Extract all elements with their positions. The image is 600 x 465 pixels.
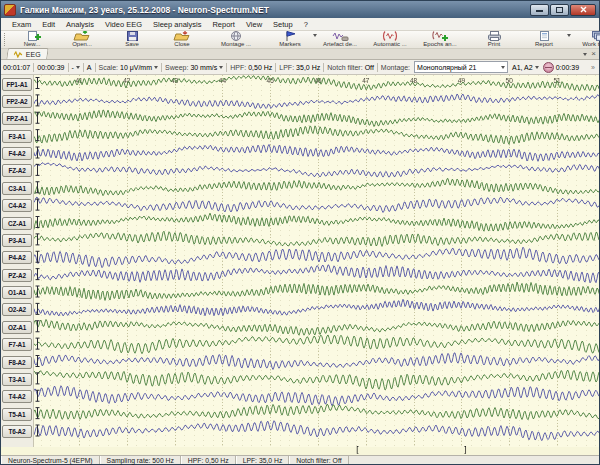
- total-time-field: 00:01:07: [3, 64, 30, 71]
- tab-label: EEG: [26, 51, 41, 58]
- toolbar-overflow-icon[interactable]: »: [591, 64, 597, 71]
- channel-label-column: FP1-A1FP2-A2FPZ-A1F3-A1F4-A2FZ-A2C3-A1C4…: [1, 75, 34, 447]
- channel-label-oz-a1[interactable]: OZ-A1: [2, 321, 32, 334]
- save-button[interactable]: Save: [107, 31, 157, 48]
- timeline-strip[interactable]: [ ]: [1, 447, 599, 456]
- maximize-button[interactable]: [550, 4, 569, 16]
- eeg-trace-area[interactable]: FP1-A1FP2-A2FPZ-A1F3-A1F4-A2FZ-A2C3-A1C4…: [1, 75, 599, 447]
- status-panel-3: LPF: 35,0 Hz: [236, 456, 290, 464]
- eeg-canvas[interactable]: [33, 75, 599, 447]
- reference-selector[interactable]: A1, A2: [512, 64, 539, 71]
- toolbar: New...Open...SaveCloseMontage ...Markers…: [1, 31, 599, 49]
- new-document-icon: [23, 31, 42, 41]
- channel-label-f7-a1[interactable]: F7-A1: [2, 338, 32, 351]
- automatic-analysis-icon: [381, 31, 400, 41]
- channel-label-o2-a2[interactable]: O2-A2: [2, 303, 32, 316]
- close-button[interactable]: [570, 4, 596, 16]
- status-panel-1: Sampling rate: 500 Hz: [100, 456, 181, 464]
- automatic-button[interactable]: Automatic ...: [365, 31, 415, 48]
- channel-label-fp1-a1[interactable]: FP1-A1: [2, 78, 32, 91]
- tab-close-icon[interactable]: ×: [591, 50, 596, 58]
- menu-item-setup[interactable]: Setup: [268, 19, 298, 30]
- channel-label-c4-a2[interactable]: C4-A2: [2, 199, 32, 212]
- channel-label-pz-a2[interactable]: PZ-A2: [2, 269, 32, 282]
- report-icon: [535, 31, 554, 41]
- new-button[interactable]: New...: [7, 31, 57, 48]
- menu-item-video-eeg[interactable]: Video EEG: [100, 19, 147, 30]
- artefact-icon: [331, 31, 350, 41]
- window-title: Галкин Максим, 23 years, 25.12.2008 - Ne…: [20, 5, 530, 15]
- marker-a-button[interactable]: A: [87, 64, 92, 71]
- tab-row: EEG ×: [1, 49, 599, 60]
- epochs-icon: [431, 31, 450, 41]
- toolbar-grip[interactable]: [4, 33, 5, 46]
- scale-selector[interactable]: Scale: 10 μV/mm: [99, 64, 159, 71]
- marker-flag-icon: [281, 31, 300, 41]
- menu-item-report[interactable]: Report: [207, 19, 240, 30]
- print-icon: [485, 31, 504, 41]
- minimize-button[interactable]: [530, 4, 549, 16]
- channel-label-cz-a1[interactable]: CZ-A1: [2, 217, 32, 230]
- montage-combo: Монополярный 21: [414, 61, 508, 73]
- menu-item-view[interactable]: View: [241, 19, 267, 30]
- menu-item-exam[interactable]: Exam: [7, 19, 36, 30]
- channel-label-f3-a1[interactable]: F3-A1: [2, 130, 32, 143]
- fragment-selector[interactable]: -: [72, 64, 80, 71]
- channel-label-t5-a1[interactable]: T5-A1: [2, 408, 32, 421]
- view-start-mark: [: [355, 446, 360, 455]
- channel-label-p3-a1[interactable]: P3-A1: [2, 234, 32, 247]
- menu-item-sleep-analysis[interactable]: Sleep analysis: [148, 19, 206, 30]
- menu-bar: ExamEditAnalysisVideo EEGSleep analysisR…: [1, 18, 599, 31]
- channel-label-f4-a2[interactable]: F4-A2: [2, 147, 32, 160]
- channel-label-c3-a1[interactable]: C3-A1: [2, 182, 32, 195]
- settings-toolbar: 00:01:07 00:00:39 - A Scale: 10 μV/mm Sw…: [1, 60, 599, 75]
- channel-label-t6-a2[interactable]: T6-A2: [2, 425, 32, 438]
- open-button[interactable]: Open...: [57, 31, 107, 48]
- sweep-selector[interactable]: Sweep: 30 mm/s: [165, 64, 223, 71]
- montage-selector[interactable]: Montage: Монополярный 21: [381, 61, 508, 73]
- markers-button[interactable]: Markers: [265, 31, 315, 48]
- montage-button[interactable]: Montage ...: [211, 31, 261, 48]
- menu-item-?[interactable]: ?: [299, 19, 313, 30]
- notch-filter-indicator[interactable]: Notch filter: Off: [327, 64, 374, 71]
- report-button[interactable]: Report: [519, 31, 569, 48]
- channel-label-fz-a2[interactable]: FZ-A2: [2, 164, 32, 177]
- view-end-mark: ]: [463, 446, 468, 455]
- status-panel-2: HPF: 0,50 Hz: [181, 456, 236, 464]
- tab-list-dropdown-icon[interactable]: [583, 53, 587, 56]
- channel-label-fpz-a1[interactable]: FPZ-A1: [2, 112, 32, 125]
- work-tables-icon: [589, 31, 600, 41]
- channel-label-f8-a2[interactable]: F8-A2: [2, 356, 32, 369]
- channel-label-t4-a2[interactable]: T4-A2: [2, 390, 32, 403]
- close-exam-icon: [173, 31, 192, 41]
- work-tables-button[interactable]: Work tables: [573, 31, 600, 48]
- dropdown-arrow-icon[interactable]: [567, 34, 571, 37]
- hpf-indicator[interactable]: HPF: 0,50 Hz: [230, 64, 272, 71]
- channel-label-fp2-a2[interactable]: FP2-A2: [2, 95, 32, 108]
- lpf-indicator[interactable]: LPF: 35,0 Hz: [279, 64, 320, 71]
- menu-item-analysis[interactable]: Analysis: [61, 19, 99, 30]
- status-bar: Neuron-Spectrum-5 (4EPM)Sampling rate: 5…: [1, 456, 599, 464]
- montage-icon: [227, 31, 246, 41]
- eeg-wave-icon: [14, 51, 23, 58]
- app-icon: [4, 4, 16, 16]
- channel-label-t3-a1[interactable]: T3-A1: [2, 373, 32, 386]
- cursor-time-field: 00:00:39: [37, 64, 64, 71]
- print-button[interactable]: Print: [469, 31, 519, 48]
- epochs-an-button[interactable]: Epochs an...: [415, 31, 465, 48]
- menu-item-edit[interactable]: Edit: [37, 19, 60, 30]
- channel-label-o1-a1[interactable]: O1-A1: [2, 286, 32, 299]
- head-map-icon[interactable]: [543, 62, 554, 73]
- title-bar: Галкин Максим, 23 years, 25.12.2008 - Ne…: [1, 1, 599, 18]
- save-icon: [123, 31, 142, 41]
- status-panel-4: Notch filter: Off: [289, 456, 348, 464]
- record-time: 0:00:39: [556, 64, 579, 71]
- app-window: Галкин Максим, 23 years, 25.12.2008 - Ne…: [0, 0, 600, 465]
- artefact-de-button[interactable]: Artefact de...: [315, 31, 365, 48]
- open-folder-icon: [73, 31, 92, 41]
- status-panel-0: Neuron-Spectrum-5 (4EPM): [1, 456, 100, 464]
- tab-eeg[interactable]: EEG: [6, 48, 48, 59]
- channel-label-p4-a2[interactable]: P4-A2: [2, 251, 32, 264]
- close-button[interactable]: Close: [157, 31, 207, 48]
